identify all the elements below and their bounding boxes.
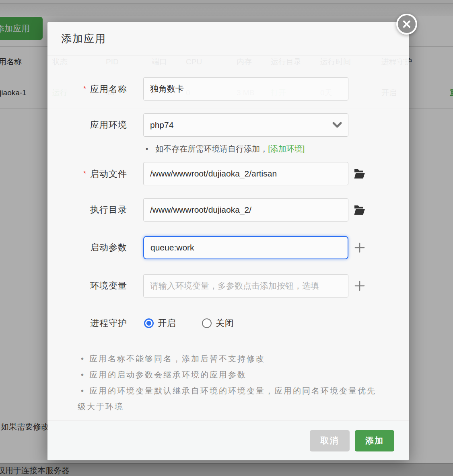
field-start-args: 启动参数: [47, 236, 409, 259]
note-item: •应用的环境变量默认继承自环境的环境变量，应用的同名环境变量优先级大于环境: [78, 383, 384, 414]
dialog-title: 添加应用: [61, 22, 106, 55]
plus-icon[interactable]: [354, 242, 365, 253]
dialog-header: 添加应用: [47, 22, 409, 56]
env-hint: •如不存在所需环境请自行添加，[添加环境]: [146, 144, 305, 154]
field-env-vars: 环境变量: [47, 274, 409, 298]
bullet-glyph: •: [81, 370, 84, 379]
env-vars-input[interactable]: [143, 274, 348, 298]
start-file-input[interactable]: [143, 162, 348, 185]
app-name-label: *应用名称: [47, 77, 127, 101]
add-env-link[interactable]: [添加环境]: [268, 144, 305, 153]
field-run-dir: 执行目录: [47, 198, 409, 222]
chevron-down-icon: [332, 121, 342, 129]
env-hint-text: 如不存在所需环境请自行添加，: [155, 144, 268, 153]
field-daemon: 进程守护 开启 关闭: [47, 316, 409, 330]
radio-off-unselected[interactable]: [202, 318, 212, 328]
app-env-selected-value: php74: [150, 120, 173, 130]
daemon-on-label[interactable]: 开启: [158, 317, 176, 329]
dialog-footer: 取消 添加: [47, 421, 409, 460]
app-env-label: 应用环境: [47, 113, 127, 137]
start-file-label-text: 启动文件: [90, 169, 127, 179]
close-icon[interactable]: [396, 14, 417, 35]
run-dir-input[interactable]: [143, 198, 348, 222]
note-text: 应用的启动参数会继承环境的应用参数: [89, 370, 247, 379]
note-text: 应用的环境变量默认继承自环境的环境变量，应用的同名环境变量优先级大于环境: [78, 386, 376, 411]
cancel-button[interactable]: 取消: [310, 430, 350, 451]
app-name-input[interactable]: [143, 77, 348, 101]
note-item: •应用的启动参数会继承环境的应用参数: [78, 367, 384, 383]
folder-open-icon[interactable]: [354, 205, 365, 215]
process-daemon-manager-page: 添加应用 应用名称 状态 PID 端口 CPU 内存 运行目录 运行时间 进程守…: [0, 0, 453, 476]
daemon-off-label[interactable]: 关闭: [216, 317, 234, 329]
submit-add-button[interactable]: 添加: [355, 430, 394, 451]
x-glyph: [402, 19, 412, 29]
add-app-dialog: 添加应用 *应用名称 应用环境 php74 •如不存在所需环境请自行添加，[添加…: [47, 22, 409, 460]
app-name-label-text: 应用名称: [90, 84, 127, 94]
start-file-label: *启动文件: [47, 162, 127, 185]
plus-icon[interactable]: [354, 281, 365, 291]
note-item: •应用名称不能够同名，添加后暂不支持修改: [78, 351, 384, 367]
env-vars-label: 环境变量: [47, 274, 127, 298]
field-start-file: *启动文件: [47, 162, 409, 185]
run-dir-label: 执行目录: [47, 198, 127, 222]
field-app-env: 应用环境 php74: [47, 113, 409, 137]
folder-open-icon[interactable]: [354, 168, 365, 179]
bullet-glyph: •: [146, 145, 148, 153]
required-marker: *: [83, 85, 86, 93]
daemon-label: 进程守护: [47, 316, 127, 330]
note-text: 应用名称不能够同名，添加后暂不支持修改: [89, 354, 265, 363]
radio-dot: [146, 321, 151, 326]
daemon-radio-group: 开启 关闭: [144, 316, 234, 330]
dialog-notes: •应用名称不能够同名，添加后暂不支持修改 •应用的启动参数会继承环境的应用参数 …: [78, 351, 384, 415]
start-args-input[interactable]: [143, 236, 348, 259]
required-marker: *: [83, 170, 86, 178]
start-args-label: 启动参数: [47, 236, 127, 259]
field-app-name: *应用名称: [47, 77, 409, 101]
bullet-glyph: •: [81, 354, 84, 363]
radio-on-selected[interactable]: [144, 318, 154, 328]
app-env-select[interactable]: php74: [143, 113, 348, 137]
bullet-glyph: •: [81, 386, 84, 395]
